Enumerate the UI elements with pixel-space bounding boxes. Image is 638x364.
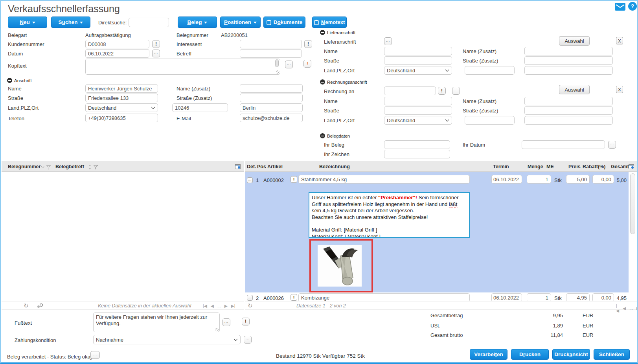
rechnung-ort-input[interactable] (524, 116, 613, 125)
pager-first-icon[interactable]: |◀ (203, 303, 207, 308)
ihr-beleg-input[interactable] (384, 140, 450, 149)
liefer-name2-input[interactable] (524, 47, 613, 55)
row-preis-input[interactable]: 4,95 (566, 293, 590, 301)
zahlungskondition-picker-button[interactable]: ... (244, 336, 252, 344)
suchen-button[interactable]: Suchen (51, 17, 90, 28)
hammer-image[interactable] (318, 245, 362, 287)
liefer-name-input[interactable] (384, 47, 452, 55)
sort-icon[interactable] (41, 166, 44, 169)
anschrift-plz-input[interactable]: 10246 (172, 103, 228, 112)
rechnung-name2-input[interactable] (524, 97, 613, 105)
sort-icon[interactable] (88, 165, 92, 169)
anschrift-name-input[interactable]: Heimwerker Jürgen Schulze (85, 84, 158, 93)
kopftext-textarea[interactable] (85, 59, 280, 75)
liefer-strasse2-input[interactable] (524, 56, 613, 65)
status-more-button[interactable]: ... (90, 351, 100, 359)
collapse-icon[interactable] (320, 79, 325, 85)
fusstext-warning-button[interactable]: ! (242, 318, 250, 325)
positions-scrollbar-thumb[interactable] (630, 173, 635, 234)
anschrift-land-select[interactable]: Deutschland (85, 103, 158, 112)
fusstext-more-button[interactable]: ... (222, 318, 230, 326)
column-chooser-icon[interactable] (629, 164, 634, 169)
ihr-datum-picker-button[interactable]: ... (608, 141, 616, 149)
collapse-icon[interactable] (7, 78, 12, 83)
filter-funnel-icon[interactable] (94, 165, 98, 169)
article-image-frame[interactable] (309, 239, 373, 292)
verarbeiten-button[interactable]: Verarbeiten (470, 349, 507, 360)
row-detail-button[interactable]: ... (247, 177, 253, 183)
telefon-input[interactable]: +49(30)7398635 (85, 114, 158, 122)
row-bezeichnung-input[interactable]: Kombizange (298, 293, 470, 301)
pager-next-icon[interactable]: ▶ (224, 303, 228, 308)
schliessen-button[interactable]: Schließen (594, 349, 630, 360)
ihr-zeichen-input[interactable] (384, 150, 450, 158)
kopftext-resize-handle-icon[interactable] (276, 70, 279, 74)
anschrift-ort-input[interactable]: Berlin (240, 103, 303, 112)
anschrift-strasse2-input[interactable] (240, 94, 303, 102)
kopftext-scrollbar-thumb[interactable] (275, 59, 279, 67)
memotext-button[interactable]: Memotext (312, 17, 347, 28)
fusstext-resize-handle-icon[interactable] (215, 328, 219, 331)
row-warning-button[interactable]: ! (291, 176, 297, 183)
rechnung-strasse2-input[interactable] (524, 106, 613, 115)
settings-dots-icon[interactable] (37, 303, 43, 308)
email-input[interactable]: schulze@schulze.de (240, 114, 303, 122)
row-warning-button[interactable]: ! (291, 294, 297, 301)
pager-next-icon[interactable]: ▶ (636, 306, 638, 311)
interessent-input[interactable] (240, 40, 302, 48)
liefer-plz-input[interactable] (465, 66, 515, 75)
rechnung-picker-button[interactable]: ... (452, 87, 460, 95)
neu-button[interactable]: Neu (8, 17, 47, 28)
fusstext-textarea[interactable]: Für weitere Fragen stehen wir Ihnen jede… (93, 313, 220, 332)
refresh-icon[interactable]: ↻ (248, 302, 253, 309)
collapse-icon[interactable] (320, 133, 325, 138)
rechnung-warning-button[interactable]: ! (438, 87, 446, 95)
documents-table-body[interactable] (2, 172, 244, 302)
beleg-button[interactable]: Beleg (178, 17, 217, 28)
zahlungskondition-select[interactable]: Nachnahme (93, 335, 241, 344)
row-termin-input[interactable]: 06.10.2022 (491, 175, 522, 184)
refresh-icon[interactable]: ↻ (24, 302, 29, 309)
lieferanschrift-picker-button[interactable]: ... (384, 37, 392, 45)
liefer-strasse-input[interactable] (384, 56, 452, 65)
lieferanschrift-clear-button[interactable]: X (616, 37, 623, 44)
kundennummer-warning-button[interactable]: ! (152, 40, 160, 48)
pager-last-icon[interactable]: ▶| (231, 303, 235, 308)
betreff-input[interactable] (240, 49, 302, 58)
drucken-button[interactable]: Drucken (511, 349, 549, 360)
pager-prev-icon[interactable]: ◀ (623, 306, 626, 311)
dokumente-button[interactable]: Dokumente (263, 17, 305, 28)
rechnung-plz-input[interactable] (465, 116, 515, 125)
row-preis-input[interactable]: 5,00 (566, 175, 590, 184)
row-bezeichnung-input[interactable]: Stahlhammer 4,5 kg (298, 175, 470, 184)
col-belegbetreff[interactable]: Belegbetreff (55, 164, 84, 169)
positionen-button[interactable]: Positionen (220, 17, 261, 28)
anschrift-strasse-input[interactable]: Friedensallee 133 (85, 94, 158, 102)
ihr-datum-input[interactable] (522, 140, 605, 149)
column-chooser-icon[interactable] (235, 164, 241, 169)
row-detail-button[interactable]: ... (247, 295, 253, 301)
rechnung-auswahl-button[interactable]: Auswahl (559, 85, 590, 94)
interessent-warning-button[interactable]: ! (304, 40, 312, 48)
rechnung-clear-button[interactable]: X (616, 86, 623, 93)
pager-first-icon[interactable]: |◀ (616, 303, 619, 313)
mail-icon[interactable] (615, 3, 625, 11)
row-menge-input[interactable]: 1 (527, 175, 551, 184)
anschrift-name2-input[interactable] (240, 84, 303, 93)
liefer-land-select[interactable]: Deutschland (384, 66, 452, 75)
article-memo-box[interactable]: Unser Hammer ist ein echter "Preishammer… (309, 192, 470, 238)
kundennummer-input[interactable]: D00008 (85, 40, 149, 48)
liefer-ort-input[interactable] (524, 66, 613, 75)
datum-picker-button[interactable]: ... (152, 50, 160, 57)
rechnung-name-input[interactable] (384, 97, 452, 105)
datum-input[interactable]: 06.10.2022 (85, 49, 149, 58)
lieferanschrift-auswahl-button[interactable]: Auswahl (559, 36, 590, 46)
help-icon[interactable]: ? (628, 2, 637, 11)
pager-prev-icon[interactable]: ◀ (211, 303, 214, 308)
kopftext-more-button[interactable]: ... (285, 61, 293, 68)
row-menge-input[interactable]: 1 (527, 293, 551, 301)
rechnung-strasse-input[interactable] (384, 106, 452, 115)
collapse-icon[interactable] (320, 30, 325, 35)
rechnung-an-input[interactable] (384, 86, 436, 95)
col-belegnummer[interactable]: Belegnummer (8, 164, 40, 169)
